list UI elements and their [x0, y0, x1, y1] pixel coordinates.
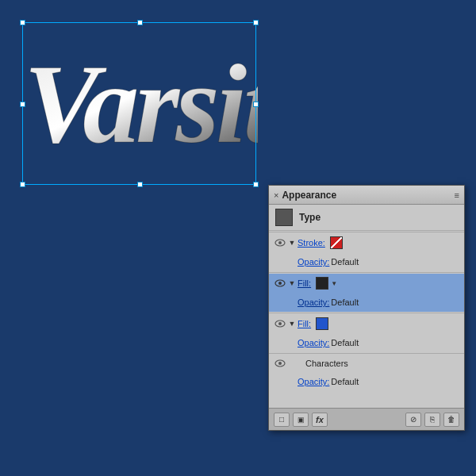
panel-menu-icon[interactable]: ≡ — [455, 190, 459, 200]
fill1-swatch[interactable] — [316, 277, 328, 290]
fill1-row: ▼ Fill: ▼ — [269, 274, 464, 293]
fill2-opacity-value: Default — [331, 338, 359, 347]
characters-row: Characters — [269, 355, 464, 372]
triangle-stroke[interactable]: ▼ — [288, 239, 296, 247]
copy-button[interactable]: ⎘ — [424, 413, 440, 427]
stroke-row: ▼ Stroke: — [269, 233, 464, 252]
stroke-opacity-label[interactable]: Opacity: — [298, 257, 329, 267]
no-button[interactable]: ⊘ — [405, 413, 421, 427]
eye-icon-fill1[interactable] — [274, 277, 286, 290]
separator-1 — [269, 232, 464, 232]
panel-title: Appearance — [282, 190, 454, 201]
canvas: Varsity Varsity × Appearance ≡ — [0, 0, 476, 476]
close-icon[interactable]: × — [274, 190, 278, 200]
fx-button[interactable]: fx — [312, 413, 328, 427]
fill1-dropdown[interactable]: ▼ — [330, 279, 338, 287]
separator-3 — [269, 313, 464, 313]
svg-text:Varsity: Varsity — [24, 41, 258, 167]
fill1-opacity-value: Default — [331, 298, 359, 307]
fill1-opacity-row: Opacity: Default — [269, 293, 464, 312]
eye-icon-characters[interactable] — [274, 357, 286, 370]
stroke-swatch[interactable] — [330, 236, 343, 249]
fill2-label[interactable]: Fill: — [298, 319, 311, 328]
triangle-fill1[interactable]: ▼ — [288, 279, 296, 287]
panel-content: Type ▼ Stroke: — [269, 205, 464, 408]
fill2-row: ▼ Fill: — [269, 314, 464, 333]
fill1-label[interactable]: Fill: — [298, 278, 311, 288]
characters-opacity-label[interactable]: Opacity: — [298, 377, 329, 386]
stroke-label[interactable]: Stroke: — [298, 238, 325, 248]
fill2-swatch[interactable] — [316, 317, 328, 330]
type-row: Type — [269, 205, 464, 231]
svg-point-10 — [278, 362, 282, 365]
eye-icon-fill2[interactable] — [274, 317, 286, 330]
stroke-opacity-row: Opacity: Default — [269, 252, 464, 271]
new-item-button[interactable]: □ — [274, 413, 290, 427]
varsity-text: Varsity Varsity — [16, 20, 258, 186]
panel-toolbar: □ ▣ fx ⊘ ⎘ 🗑 — [269, 408, 464, 430]
svg-rect-2 — [278, 212, 290, 223]
svg-point-8 — [278, 322, 282, 325]
svg-point-4 — [278, 241, 282, 244]
type-icon — [275, 209, 293, 226]
characters-opacity-value: Default — [331, 377, 359, 386]
separator-4 — [269, 353, 464, 354]
triangle-fill2[interactable]: ▼ — [288, 320, 296, 328]
svg-point-6 — [278, 282, 282, 285]
panel-titlebar: × Appearance ≡ — [269, 186, 464, 205]
stroke-opacity-value: Default — [331, 257, 359, 267]
fill2-opacity-row: Opacity: Default — [269, 333, 464, 352]
fill2-opacity-label[interactable]: Opacity: — [298, 338, 329, 347]
delete-button[interactable]: 🗑 — [443, 413, 459, 427]
duplicate-button[interactable]: ▣ — [293, 413, 309, 427]
type-label: Type — [299, 212, 321, 223]
characters-label: Characters — [305, 359, 348, 368]
separator-2 — [269, 272, 464, 273]
characters-opacity-row: Opacity: Default — [269, 372, 464, 391]
appearance-panel: × Appearance ≡ Type — [268, 185, 465, 431]
eye-icon-stroke[interactable] — [274, 236, 286, 249]
fill1-opacity-label[interactable]: Opacity: — [298, 298, 329, 307]
